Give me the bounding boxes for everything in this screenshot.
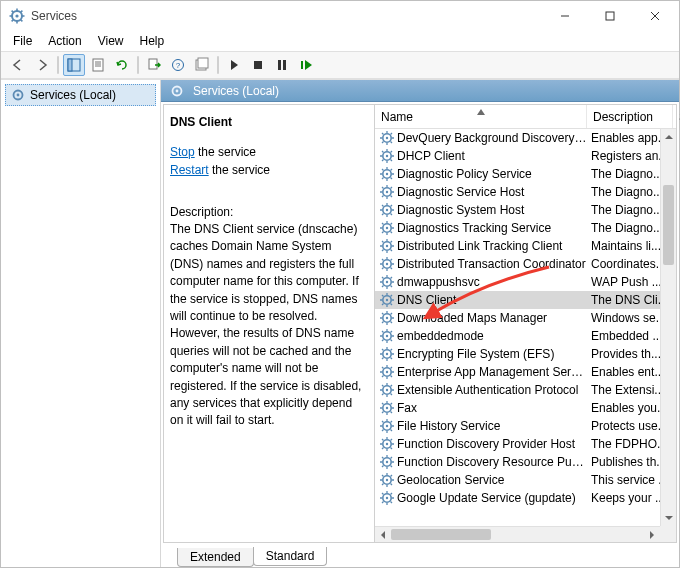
rows-container: DevQuery Background Discovery B...Enable…	[375, 129, 660, 526]
svg-line-60	[391, 178, 393, 180]
tab-extended[interactable]: Extended	[177, 548, 254, 567]
horizontal-scroll-thumb[interactable]	[391, 529, 491, 540]
service-row[interactable]: Google Update Service (gupdate)Keeps you…	[375, 489, 660, 507]
start-service-button[interactable]	[223, 54, 245, 76]
detail-description: The DNS Client service (dnscache) caches…	[170, 221, 366, 430]
svg-line-162	[391, 349, 393, 351]
service-row[interactable]: Distributed Link Tracking ClientMaintain…	[375, 237, 660, 255]
scroll-up-button[interactable]	[661, 129, 676, 145]
service-row[interactable]: Function Discovery Resource Publi...Publ…	[375, 453, 660, 471]
detail-links: Stop the service Restart the service	[170, 143, 366, 179]
service-row[interactable]: Encrypting File System (EFS)Provides th.…	[375, 345, 660, 363]
svg-line-102	[391, 241, 393, 243]
service-row[interactable]: Diagnostic Service HostThe Diagno...Ru	[375, 183, 660, 201]
close-button[interactable]	[632, 1, 677, 31]
properties-button[interactable]	[87, 54, 109, 76]
service-gear-icon	[379, 130, 395, 146]
help-button[interactable]: ?	[167, 54, 189, 76]
col-header-name-label: Name	[381, 110, 413, 124]
menu-view[interactable]: View	[90, 32, 132, 50]
vertical-scrollbar[interactable]	[660, 129, 676, 526]
service-row[interactable]: Extensible Authentication ProtocolThe Ex…	[375, 381, 660, 399]
svg-line-120	[391, 286, 393, 288]
svg-line-239	[382, 493, 384, 495]
service-gear-icon	[379, 238, 395, 254]
pause-service-button[interactable]	[271, 54, 293, 76]
svg-line-189	[382, 403, 384, 405]
service-row[interactable]: Diagnostic System HostThe Diagno...	[375, 201, 660, 219]
service-description: Windows se...	[587, 311, 660, 325]
svg-line-201	[382, 430, 384, 432]
vertical-scroll-thumb[interactable]	[663, 185, 674, 265]
show-hide-tree-button[interactable]	[63, 54, 85, 76]
svg-line-230	[391, 484, 393, 486]
service-row[interactable]: File History ServiceProtects use...	[375, 417, 660, 435]
refresh-button[interactable]	[111, 54, 133, 76]
svg-line-92	[391, 223, 393, 225]
tab-standard[interactable]: Standard	[253, 547, 328, 566]
service-gear-icon	[379, 454, 395, 470]
service-row[interactable]: embeddedmodeEmbedded ...	[375, 327, 660, 345]
scroll-right-button[interactable]	[644, 527, 660, 542]
service-gear-icon	[379, 328, 395, 344]
stop-service-button[interactable]	[247, 54, 269, 76]
svg-point-64	[386, 191, 388, 193]
minimize-button[interactable]	[542, 1, 587, 31]
service-row[interactable]: Diagnostic Policy ServiceThe Diagno...Ru	[375, 165, 660, 183]
service-gear-icon	[379, 166, 395, 182]
service-row[interactable]: dmwappushsvcWAP Push ...	[375, 273, 660, 291]
svg-line-180	[391, 394, 393, 396]
export-list-button[interactable]	[143, 54, 165, 76]
svg-line-71	[382, 196, 384, 198]
menu-help[interactable]: Help	[132, 32, 173, 50]
svg-line-199	[382, 421, 384, 423]
forward-button[interactable]	[31, 54, 53, 76]
svg-line-72	[391, 187, 393, 189]
menu-file[interactable]: File	[5, 32, 40, 50]
scroll-down-button[interactable]	[661, 510, 676, 526]
service-description: Coordinates...	[587, 257, 660, 271]
svg-point-134	[386, 317, 388, 319]
menu-action[interactable]: Action	[40, 32, 89, 50]
svg-line-52	[391, 151, 393, 153]
scroll-left-button[interactable]	[375, 527, 391, 542]
col-header-description[interactable]: Description	[587, 105, 673, 128]
tree-item-services-local[interactable]: Services (Local)	[5, 84, 156, 106]
stop-suffix: the service	[195, 145, 256, 159]
svg-line-112	[391, 259, 393, 261]
service-row[interactable]: DNS ClientThe DNS Cli...Ru	[375, 291, 660, 309]
service-row[interactable]: Function Discovery Provider HostThe FDPH…	[375, 435, 660, 453]
service-row[interactable]: DevQuery Background Discovery B...Enable…	[375, 129, 660, 147]
service-row[interactable]: FaxEnables you...	[375, 399, 660, 417]
service-name: Enterprise App Management Service	[397, 365, 587, 379]
svg-point-74	[386, 209, 388, 211]
vertical-scroll-track[interactable]	[661, 145, 676, 510]
service-row[interactable]: Downloaded Maps ManagerWindows se...	[375, 309, 660, 327]
svg-line-140	[391, 322, 393, 324]
svg-rect-11	[606, 12, 614, 20]
horizontal-scroll-track[interactable]	[391, 527, 644, 542]
service-row[interactable]: Enterprise App Management ServiceEnables…	[375, 363, 660, 381]
svg-rect-28	[301, 61, 303, 69]
restart-service-button[interactable]	[295, 54, 317, 76]
service-name: Diagnostic Service Host	[397, 185, 587, 199]
body-area: Services (Local) Services (Local) DNS Cl…	[1, 79, 679, 567]
service-row[interactable]: DHCP ClientRegisters an...Ru	[375, 147, 660, 165]
svg-rect-26	[278, 60, 281, 70]
service-name: embeddedmode	[397, 329, 587, 343]
stop-service-link[interactable]: Stop	[170, 145, 195, 159]
restart-service-link[interactable]: Restart	[170, 163, 209, 177]
maximize-button[interactable]	[587, 1, 632, 31]
back-button[interactable]	[7, 54, 29, 76]
svg-line-142	[391, 313, 393, 315]
svg-line-130	[391, 304, 393, 306]
col-header-status[interactable]: St	[673, 105, 680, 128]
service-row[interactable]: Diagnostics Tracking ServiceThe Diagno..…	[375, 219, 660, 237]
service-row[interactable]: Distributed Transaction CoordinatorCoord…	[375, 255, 660, 273]
svg-line-192	[391, 403, 393, 405]
horizontal-scrollbar[interactable]	[375, 526, 660, 542]
snapin-button-1[interactable]	[191, 54, 213, 76]
col-header-name[interactable]: Name	[375, 105, 587, 128]
service-row[interactable]: Geolocation ServiceThis service ...	[375, 471, 660, 489]
service-description: Enables you...	[587, 401, 660, 415]
